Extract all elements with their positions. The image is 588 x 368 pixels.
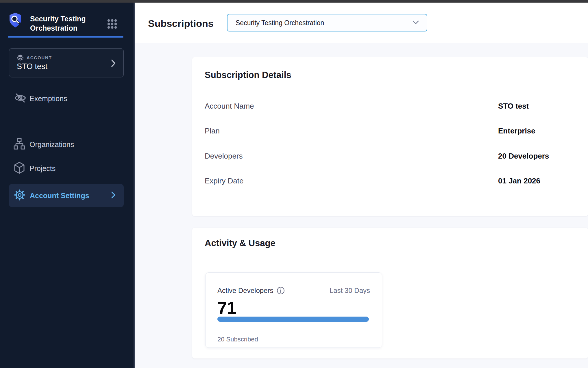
stat-label: Active Developers — [217, 287, 273, 295]
sidebar-item-account-settings[interactable]: Account Settings — [9, 184, 124, 207]
stat-period: Last 30 Days — [330, 287, 370, 295]
module-grid-icon[interactable] — [106, 18, 118, 31]
sidebar-accent-underline — [8, 36, 123, 38]
active-developers-progress-fill — [217, 317, 369, 322]
detail-label: Account Name — [205, 102, 254, 111]
sidebar-item-label: Account Settings — [30, 192, 89, 200]
sidebar-item-label: Organizations — [29, 140, 74, 149]
card-title: Subscription Details — [205, 70, 291, 80]
browser-chrome-strip — [0, 0, 588, 3]
page-title: Subscriptions — [148, 18, 214, 29]
gear-icon — [14, 189, 25, 202]
detail-value: STO test — [498, 102, 529, 111]
sidebar-divider — [8, 126, 123, 126]
active-developers-stat-card: Active Developers Last 30 Days 71 20 Sub… — [205, 272, 382, 348]
detail-value: 01 Jan 2026 — [498, 176, 540, 185]
module-select-value: Security Testing Orchestration — [236, 19, 324, 27]
sidebar-item-exemptions[interactable]: Exemptions — [9, 92, 124, 105]
active-developers-progress-track — [217, 317, 369, 322]
sidebar-item-label: Projects — [29, 164, 56, 173]
stat-label-row: Active Developers Last 30 Days — [217, 287, 370, 295]
layers-icon — [17, 54, 24, 62]
activity-usage-card: Activity & Usage Active Developers Last … — [192, 228, 588, 358]
module-select-dropdown[interactable]: Security Testing Orchestration — [227, 14, 427, 31]
active-developers-count: 71 — [217, 299, 236, 317]
detail-label: Plan — [205, 127, 220, 135]
chevron-down-icon — [412, 19, 420, 27]
subscribed-count-label: 20 Subscribed — [217, 336, 258, 343]
chevron-right-icon — [111, 59, 116, 69]
detail-label: Developers — [205, 152, 243, 161]
subscription-details-card: Subscription Details Account Name STO te… — [192, 57, 588, 216]
sidebar-item-organizations[interactable]: Organizations — [9, 137, 124, 151]
cube-icon — [14, 161, 25, 175]
shield-search-logo-icon — [9, 12, 22, 29]
page-header: Subscriptions Security Testing Orchestra… — [135, 3, 588, 43]
detail-label: Expiry Date — [205, 176, 243, 185]
account-name: STO test — [17, 62, 47, 71]
info-icon[interactable] — [277, 287, 285, 295]
org-chart-icon — [14, 137, 25, 151]
eye-off-icon — [14, 92, 27, 105]
app-window: Security Testing Orchestration ACCOUNT — [0, 0, 588, 368]
account-scope-selector[interactable]: ACCOUNT STO test — [9, 48, 124, 77]
sidebar: Security Testing Orchestration ACCOUNT — [0, 3, 134, 368]
sidebar-item-label: Exemptions — [29, 94, 67, 103]
detail-value: Enterprise — [498, 127, 535, 135]
chevron-right-icon — [111, 191, 116, 200]
card-title: Activity & Usage — [205, 238, 275, 248]
app-title: Security Testing Orchestration — [30, 14, 102, 33]
account-section-label: ACCOUNT — [27, 55, 52, 60]
detail-value: 20 Developers — [498, 152, 549, 161]
sidebar-item-projects[interactable]: Projects — [9, 161, 124, 175]
sidebar-divider — [8, 220, 123, 220]
